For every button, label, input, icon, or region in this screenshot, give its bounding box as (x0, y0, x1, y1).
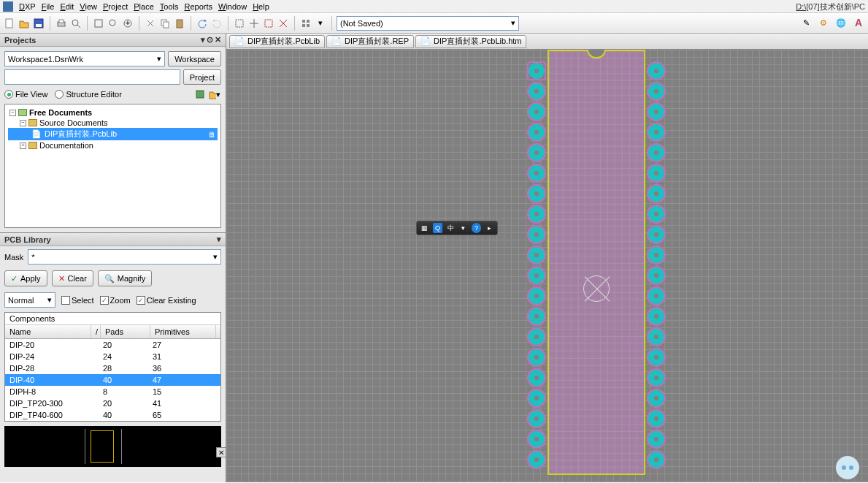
move-icon[interactable] (247, 17, 261, 30)
pcb-pad[interactable] (648, 349, 664, 365)
tab-pcblib[interactable]: 📄DIP直插封装.PcbLib (229, 35, 325, 48)
mask-combo[interactable]: * ▾ (28, 249, 221, 265)
panel-collapse-icon[interactable]: ✕ (216, 447, 226, 457)
pcb-pad[interactable] (648, 452, 664, 468)
zoom-selected-icon[interactable]: + (121, 17, 134, 30)
panel-pin-icon[interactable]: ⊙ (207, 35, 213, 45)
save-icon[interactable] (32, 17, 45, 30)
menu-view[interactable]: View (80, 2, 97, 11)
pcb-pad[interactable] (529, 124, 545, 140)
gear-icon[interactable]: ⚙ (817, 16, 830, 29)
pcb-pad[interactable] (648, 370, 664, 386)
zoom-check[interactable]: ✓Zoom (100, 296, 131, 305)
pcb-pad[interactable] (529, 288, 545, 304)
pcb-pad[interactable] (529, 308, 545, 324)
pcb-pad[interactable] (648, 308, 664, 324)
workspace-combo[interactable]: Workspace1.DsnWrk ▾ (4, 51, 165, 66)
zoom-fit-icon[interactable] (92, 17, 105, 30)
table-row[interactable]: DIP-242431 (5, 351, 220, 362)
project-field[interactable] (4, 69, 180, 85)
menu-file[interactable]: File (42, 2, 55, 11)
table-row[interactable]: DIP-404047 (5, 374, 220, 386)
pcb-pad[interactable] (648, 206, 664, 222)
pcb-pad[interactable] (648, 63, 664, 79)
ime-help-icon[interactable]: ? (472, 223, 482, 233)
assistant-button[interactable] (836, 456, 859, 479)
tree-root[interactable]: − Free Documents (8, 107, 218, 118)
pcb-canvas[interactable]: ▦ Q 中 ▾ ? ▸ (226, 50, 868, 482)
magnify-button[interactable]: 🔍Magnify (98, 270, 153, 286)
preview-icon[interactable] (69, 17, 82, 30)
ime-grid-icon[interactable]: ▦ (420, 223, 430, 233)
clear-button[interactable]: ✕Clear (52, 270, 93, 286)
menu-place[interactable]: Place (134, 2, 154, 11)
grid-icon[interactable] (299, 17, 312, 30)
print-icon[interactable] (55, 17, 68, 30)
tree-documentation[interactable]: + Documentation (8, 140, 218, 151)
open-icon[interactable] (18, 17, 31, 30)
ime-drop-icon[interactable]: ▾ (458, 223, 469, 233)
pcb-pad[interactable] (529, 165, 545, 181)
panel-menu-icon[interactable]: ▾ (201, 35, 205, 45)
menu-tools[interactable]: Tools (160, 2, 179, 11)
collapse-icon[interactable]: − (9, 110, 16, 116)
pcb-pad[interactable] (529, 390, 545, 406)
table-row[interactable]: DIPH-8815 (5, 386, 220, 398)
pcb-pad[interactable] (529, 227, 545, 243)
tab-rep[interactable]: 📄DIP直插封装.REP (326, 35, 414, 48)
pcb-pad[interactable] (648, 267, 664, 284)
pcb-pad[interactable] (529, 349, 545, 365)
ime-lang[interactable]: 中 (445, 223, 456, 233)
apply-button[interactable]: ✓Apply (4, 270, 47, 286)
pcb-pad[interactable] (648, 431, 664, 447)
tree-source-docs[interactable]: − Source Documents (8, 118, 218, 128)
collapse-icon[interactable]: − (20, 120, 26, 126)
tree-file-selected[interactable]: 📄 DIP直插封装.PcbLib 🗎 (8, 128, 218, 140)
menu-edit[interactable]: Edit (60, 2, 74, 11)
copy-icon[interactable] (158, 17, 172, 30)
pcb-pad[interactable] (648, 329, 664, 345)
tab-htm[interactable]: 📄DIP直插封装.PcbLib.htm (415, 35, 526, 48)
menu-project[interactable]: Project (103, 2, 128, 11)
pcb-pad[interactable] (648, 145, 664, 161)
pcb-pad[interactable] (648, 227, 664, 243)
expand-icon[interactable]: + (20, 142, 26, 149)
undo-icon[interactable] (196, 17, 209, 30)
clear-existing-check[interactable]: ✓Clear Existing (137, 296, 196, 305)
pcb-pad[interactable] (529, 411, 545, 427)
menu-reports[interactable]: Reports (184, 2, 212, 11)
col-primitives[interactable]: Primitives (150, 325, 216, 338)
structure-radio[interactable]: Structure Editor (55, 90, 121, 99)
table-row[interactable]: DIP-282836 (5, 362, 220, 374)
normal-combo[interactable]: Normal▾ (4, 292, 55, 308)
pcb-pad[interactable] (529, 104, 545, 120)
panel-menu-icon[interactable]: ▾ (217, 235, 221, 244)
menu-help[interactable]: Help (253, 2, 269, 11)
ime-toolbar[interactable]: ▦ Q 中 ▾ ? ▸ (416, 221, 498, 235)
panel-close-icon[interactable]: ✕ (215, 35, 221, 45)
pcb-pad[interactable] (529, 206, 545, 222)
new-icon[interactable] (3, 17, 16, 30)
pcb-pad[interactable] (648, 104, 664, 120)
ime-more-icon[interactable]: ▸ (484, 223, 494, 233)
col-pads[interactable]: Pads (101, 325, 150, 338)
project-button[interactable]: Project (183, 69, 221, 85)
select-check[interactable]: Select (61, 296, 94, 305)
pcb-pad[interactable] (529, 267, 545, 284)
table-row[interactable]: DIP_TP40-6004065 (5, 409, 220, 421)
fileview-radio[interactable]: File View (4, 90, 47, 99)
browse-icon[interactable]: ▾ (314, 17, 327, 30)
pcb-pad[interactable] (529, 83, 545, 99)
ime-q-icon[interactable]: Q (433, 223, 443, 233)
project-tree[interactable]: − Free Documents − Source Documents 📄 DI… (4, 104, 221, 228)
options-icon[interactable]: ▾ (208, 88, 221, 101)
sort-icon[interactable]: / (91, 325, 101, 338)
clear-sel-icon[interactable] (277, 17, 290, 30)
pcb-pad[interactable] (529, 370, 545, 386)
pcb-pad[interactable] (529, 247, 545, 263)
pcb-pad[interactable] (648, 124, 664, 140)
cut-icon[interactable] (144, 17, 157, 30)
pcb-pad[interactable] (648, 186, 664, 202)
globe-icon[interactable]: 🌐 (834, 16, 848, 29)
pencil-icon[interactable]: ✎ (799, 16, 813, 29)
